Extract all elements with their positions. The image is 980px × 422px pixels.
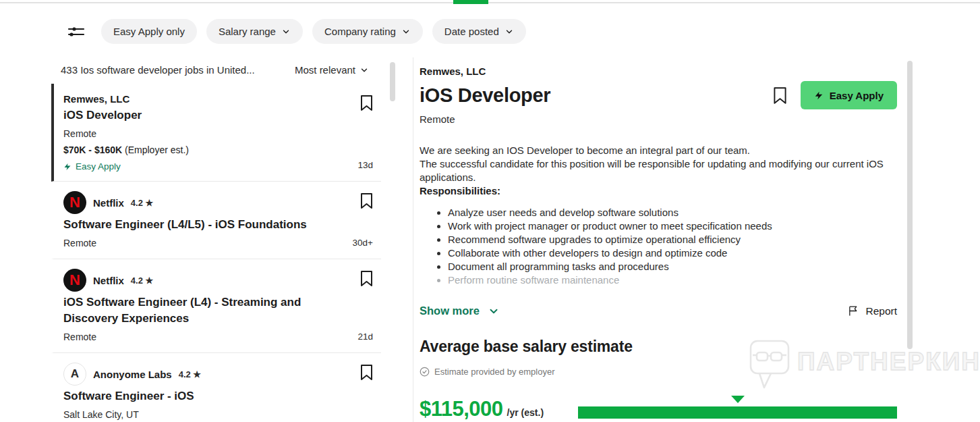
responsibility-item: Perform routine software maintenance <box>448 273 897 287</box>
responsibility-item: Recommend software upgrades to optimize … <box>448 233 897 246</box>
responsibilities-list: Analyze user needs and develop software … <box>420 206 897 287</box>
salary-provided-note: Estimate provided by employer <box>420 367 897 377</box>
panel-divider <box>413 57 413 422</box>
company-rating: 4.2 ★ <box>131 275 153 286</box>
detail-scrollbar[interactable] <box>907 61 913 349</box>
job-card-remwes[interactable]: Remwes, LLC iOS Developer Remote $70K - … <box>51 84 381 182</box>
responsibility-item: Document all programming tasks and proce… <box>448 260 897 273</box>
job-card-anonyome[interactable]: A Anonyome Labs 4.2 ★ Software Engineer … <box>51 353 381 422</box>
filter-bar: Easy Apply only Salary range Company rat… <box>66 19 526 44</box>
job-list-header: 433 Ios software developer jobs in Unite… <box>51 57 381 84</box>
detail-location: Remote <box>420 113 897 125</box>
job-location: Salt Lake City, UT <box>63 408 339 421</box>
filter-pill-easy-apply[interactable]: Easy Apply only <box>101 19 197 44</box>
sort-label: Most relevant <box>295 64 355 76</box>
flag-icon <box>848 305 859 317</box>
top-divider <box>0 2 980 3</box>
chevron-down-icon <box>401 27 411 36</box>
job-title: iOS Developer <box>63 107 339 124</box>
filter-pill-label: Company rating <box>324 26 396 37</box>
anonyome-logo: A <box>63 363 86 386</box>
filter-pill-label: Date posted <box>444 26 499 37</box>
job-detail-panel: Remwes, LLC iOS Developer Easy Apply Rem… <box>420 57 897 419</box>
top-progress-bar <box>453 0 488 4</box>
show-more-button[interactable]: Show more <box>420 305 500 317</box>
bookmark-icon[interactable] <box>773 86 787 105</box>
salary-bar <box>578 406 897 419</box>
filter-pill-label: Easy Apply only <box>113 26 185 37</box>
responsibility-item: Analyze user needs and develop software … <box>448 206 897 219</box>
responsibility-item: Collaborate with other developers to des… <box>448 246 897 260</box>
filter-pill-company-rating[interactable]: Company rating <box>312 19 423 44</box>
bolt-icon <box>63 162 71 172</box>
job-list-scrollbar[interactable] <box>390 62 395 101</box>
chevron-down-icon <box>359 65 369 75</box>
job-age: 13d <box>357 160 373 170</box>
job-title: iOS Software Engineer (L4) - Streaming a… <box>63 294 339 327</box>
filter-pill-date-posted[interactable]: Date posted <box>432 19 526 44</box>
sort-dropdown[interactable]: Most relevant <box>295 64 369 76</box>
job-title: Software Engineer - iOS <box>63 388 339 404</box>
job-age: 21d <box>357 332 373 342</box>
salary-period: /yr (est.) <box>507 407 544 419</box>
job-description: We are seeking an IOS Developer to becom… <box>420 144 897 287</box>
job-company: Netflix <box>93 197 124 209</box>
responsibilities-label: Responsibilities: <box>420 184 897 198</box>
job-location: Remote <box>63 237 339 249</box>
filter-pill-label: Salary range <box>219 26 276 37</box>
job-age: 30d+ <box>353 238 373 248</box>
job-location: Remote <box>63 128 339 140</box>
description-line: The successful candidate for this positi… <box>420 157 897 184</box>
responsibility-item: Work with project manager or product own… <box>448 219 897 233</box>
easy-apply-tag: Easy Apply <box>63 161 339 172</box>
bookmark-icon[interactable] <box>360 270 373 287</box>
job-salary: $70K - $160K (Employer est.) <box>63 144 339 155</box>
triangle-marker-icon <box>731 396 745 403</box>
bookmark-icon[interactable] <box>360 364 373 381</box>
report-button[interactable]: Report <box>848 305 897 317</box>
chevron-down-icon <box>281 27 291 36</box>
filter-sliders-icon[interactable] <box>66 22 86 42</box>
salary-amount: $115,000 <box>420 399 503 419</box>
results-count: 433 Ios software developer jobs in Unite… <box>61 64 255 76</box>
job-title: Software Engineer (L4/L5) - iOS Foundati… <box>63 217 339 233</box>
job-company: Netflix <box>93 275 124 286</box>
bookmark-icon[interactable] <box>360 95 373 111</box>
job-list: 433 Ios software developer jobs in Unite… <box>51 57 381 422</box>
easy-apply-button[interactable]: Easy Apply <box>801 81 897 109</box>
filter-pill-salary-range[interactable]: Salary range <box>206 19 303 44</box>
netflix-logo: N <box>63 191 86 214</box>
job-company: Remwes, LLC <box>63 93 129 105</box>
chevron-down-icon <box>505 27 514 36</box>
company-rating: 4.2 ★ <box>131 198 153 208</box>
bookmark-icon[interactable] <box>360 192 373 209</box>
company-rating: 4.2 ★ <box>179 369 201 379</box>
salary-section-heading: Average base salary estimate <box>420 338 897 356</box>
salary-estimate-row: $115,000 /yr (est.) <box>420 396 897 419</box>
salary-range-bar <box>578 396 897 419</box>
check-circle-icon <box>420 367 430 377</box>
job-company: Anonyome Labs <box>93 369 172 380</box>
chevron-down-icon <box>488 305 500 317</box>
detail-company: Remwes, LLC <box>420 65 897 77</box>
netflix-logo: N <box>63 269 86 292</box>
job-location: Remote <box>63 331 339 343</box>
description-line: We are seeking an IOS Developer to becom… <box>420 144 897 157</box>
job-card-netflix-streaming[interactable]: N Netflix 4.2 ★ iOS Software Engineer (L… <box>51 259 381 353</box>
detail-job-title: iOS Developer <box>420 84 550 106</box>
bolt-icon <box>814 90 824 101</box>
job-card-netflix-foundations[interactable]: N Netflix 4.2 ★ Software Engineer (L4/L5… <box>51 182 381 259</box>
